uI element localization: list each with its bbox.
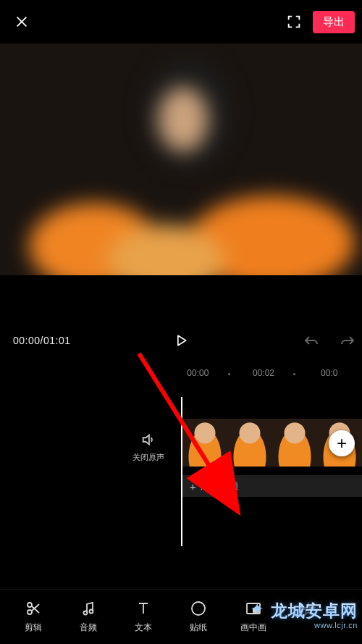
svg-point-2	[84, 611, 88, 615]
add-audio-track[interactable]: + 添加音频	[182, 475, 362, 497]
redo-button[interactable]	[336, 329, 359, 352]
tool-text[interactable]: 文本	[116, 600, 171, 634]
music-note-icon	[80, 600, 97, 617]
fullscreen-icon	[286, 14, 302, 30]
svg-point-4	[192, 602, 205, 615]
current-time: 00:00	[13, 335, 41, 346]
add-track-button[interactable]: +	[329, 430, 355, 456]
timeline: 00:00 00:02 00:0 关闭原声 + + 添加音频	[0, 362, 362, 540]
speaker-icon	[140, 432, 156, 448]
time-display: 00:00/01:01	[13, 335, 70, 346]
clip-thumb	[182, 419, 227, 467]
close-icon	[14, 14, 30, 30]
top-bar: 导出	[0, 0, 362, 43]
ruler-tick: 00:02	[253, 368, 274, 378]
clip-thumb	[272, 419, 317, 467]
tool-sticker[interactable]: 贴纸	[171, 600, 226, 634]
ruler-tick: 00:0	[321, 368, 337, 378]
fullscreen-button[interactable]	[279, 7, 308, 36]
total-time: 01:01	[43, 335, 71, 346]
tool-label: 文本	[135, 622, 152, 634]
plus-icon: +	[337, 433, 347, 453]
svg-point-3	[90, 610, 93, 614]
tool-label: 贴纸	[190, 622, 207, 634]
tool-more[interactable]	[281, 601, 336, 633]
plus-icon: +	[190, 480, 196, 493]
tool-label: 画中画	[240, 622, 266, 634]
text-icon	[135, 600, 152, 617]
tool-label: 剪辑	[25, 622, 42, 634]
undo-button[interactable]	[300, 329, 323, 352]
ruler-tick: 00:00	[187, 368, 209, 378]
undo-icon	[303, 332, 320, 349]
scissors-icon	[25, 600, 42, 617]
tool-pip[interactable]: 画中画	[226, 600, 281, 634]
playhead[interactable]	[181, 397, 182, 546]
track-area: 关闭原声 + + 添加音频	[0, 403, 362, 540]
export-button[interactable]: 导出	[313, 11, 355, 33]
close-button[interactable]	[7, 7, 36, 36]
tool-label: 音频	[80, 622, 97, 634]
redo-icon	[339, 332, 356, 349]
pip-icon	[245, 600, 262, 617]
tool-audio[interactable]: 音频	[61, 600, 116, 634]
clip-thumb	[227, 419, 272, 467]
mute-original-button[interactable]: 关闭原声	[130, 432, 167, 463]
bottom-toolbar: 剪辑 音频 文本 贴纸 画中画	[0, 589, 362, 644]
play-button[interactable]	[167, 326, 195, 355]
play-icon	[174, 333, 188, 348]
tool-edit[interactable]: 剪辑	[6, 600, 61, 634]
timeline-ruler[interactable]: 00:00 00:02 00:0	[0, 362, 362, 384]
video-preview[interactable]	[0, 43, 362, 275]
mute-label: 关闭原声	[132, 452, 164, 463]
effects-icon	[300, 601, 317, 619]
player-controls: 00:00/01:01	[0, 319, 362, 362]
add-audio-label: 添加音频	[201, 480, 238, 493]
sticker-icon	[190, 600, 207, 617]
preview-frame	[0, 43, 362, 275]
svg-rect-6	[253, 609, 258, 612]
